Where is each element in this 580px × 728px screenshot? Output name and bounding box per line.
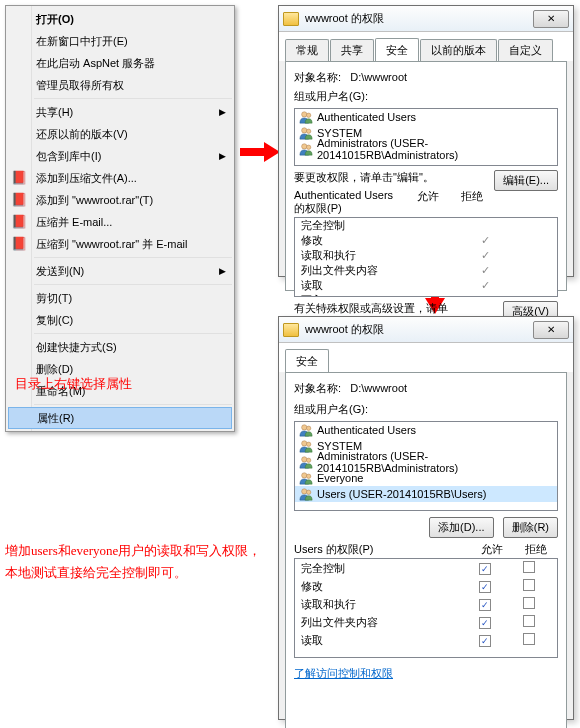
menu-item[interactable]: 属性(R) — [8, 407, 232, 429]
menu-item-label: 管理员取得所有权 — [36, 78, 124, 93]
add-button[interactable]: 添加(D)... — [429, 517, 493, 538]
permission-name: 读取 — [301, 278, 463, 293]
object-name-value: D:\wwwroot — [350, 71, 407, 83]
permissions-box[interactable]: 完全控制✓修改✓读取和执行✓列出文件夹内容✓读取✓ — [294, 558, 558, 658]
deny-checkbox[interactable] — [523, 579, 535, 591]
allow-checkbox[interactable]: ✓ — [479, 563, 491, 575]
allow-checkbox[interactable]: ✓ — [479, 617, 491, 629]
permissions-title: Users 的权限(P) — [294, 542, 470, 557]
deny-checkbox[interactable] — [523, 561, 535, 573]
deny-cell — [507, 633, 551, 647]
menu-item[interactable]: 添加到 "wwwroot.rar"(T) — [6, 189, 234, 211]
submenu-arrow-icon: ▶ — [219, 107, 226, 117]
permission-row: 修改✓ — [295, 577, 557, 595]
edit-button[interactable]: 编辑(E)... — [494, 170, 558, 191]
svg-point-2 — [302, 112, 307, 117]
list-item[interactable]: Authenticated Users — [295, 109, 557, 125]
menu-item[interactable]: 添加到压缩文件(A)... — [6, 167, 234, 189]
permission-row: 读取和执行✓ — [295, 248, 557, 263]
list-item[interactable]: Administrators (USER-20141015RB\Administ… — [295, 141, 557, 157]
tab[interactable]: 自定义 — [498, 39, 553, 62]
menu-separator — [34, 404, 232, 405]
tab[interactable]: 常规 — [285, 39, 329, 62]
menu-item[interactable]: 压缩到 "wwwroot.rar" 并 E-mail — [6, 233, 234, 255]
tab[interactable]: 共享 — [330, 39, 374, 62]
permission-row: 写入✓ — [295, 293, 557, 297]
allow-checkbox[interactable]: ✓ — [479, 599, 491, 611]
users-list[interactable]: Authenticated UsersSYSTEMAdministrators … — [294, 108, 558, 166]
menu-item[interactable]: 在新窗口中打开(E) — [6, 30, 234, 52]
allow-cell: ✓ — [463, 580, 507, 593]
user-name: Users (USER-20141015RB\Users) — [317, 488, 486, 500]
list-item[interactable]: Authenticated Users — [295, 422, 557, 438]
object-name-label: 对象名称: — [294, 71, 341, 83]
svg-point-4 — [302, 128, 307, 133]
user-name: Administrators (USER-20141015RB\Administ… — [317, 137, 553, 161]
permission-row: 读取和执行✓ — [295, 595, 557, 613]
tab-security[interactable]: 安全 — [285, 349, 329, 372]
user-name: Authenticated Users — [317, 424, 416, 436]
titlebar[interactable]: wwwroot 的权限 ✕ — [279, 6, 573, 32]
deny-checkbox[interactable] — [523, 597, 535, 609]
allow-cell: ✓ — [463, 249, 507, 262]
permission-name: 完全控制 — [301, 561, 463, 576]
menu-item-label: 打开(O) — [36, 12, 74, 27]
menu-item[interactable]: 包含到库中(I)▶ — [6, 145, 234, 167]
permissions-box[interactable]: 完全控制修改✓读取和执行✓列出文件夹内容✓读取✓写入✓ — [294, 217, 558, 297]
check-icon: ✓ — [481, 279, 490, 291]
menu-item[interactable]: 创建快捷方式(S) — [6, 336, 234, 358]
deny-header: 拒绝 — [450, 189, 494, 216]
menu-item[interactable]: 打开(O) — [6, 8, 234, 30]
object-name-value: D:\wwwroot — [350, 382, 407, 394]
svg-point-17 — [306, 490, 310, 494]
menu-item[interactable]: 发送到(N)▶ — [6, 260, 234, 282]
menu-item[interactable]: 复制(C) — [6, 309, 234, 331]
allow-checkbox[interactable]: ✓ — [479, 581, 491, 593]
folder-icon — [283, 12, 299, 26]
permission-name: 读取 — [301, 633, 463, 648]
menu-item[interactable]: 共享(H)▶ — [6, 101, 234, 123]
close-button[interactable]: ✕ — [533, 10, 569, 28]
tab[interactable]: 以前的版本 — [420, 39, 497, 62]
dialog-title: wwwroot 的权限 — [305, 11, 533, 26]
learn-link[interactable]: 了解访问控制和权限 — [294, 667, 393, 679]
deny-cell — [507, 579, 551, 593]
menu-item[interactable]: 在此启动 AspNet 服务器 — [6, 52, 234, 74]
deny-checkbox[interactable] — [523, 615, 535, 627]
close-button[interactable]: ✕ — [533, 321, 569, 339]
allow-checkbox[interactable]: ✓ — [479, 635, 491, 647]
group-users-label: 组或用户名(G): — [294, 402, 558, 417]
svg-point-14 — [302, 473, 307, 478]
deny-cell — [507, 561, 551, 575]
menu-item[interactable]: 管理员取得所有权 — [6, 74, 234, 96]
properties-dialog-1: wwwroot 的权限 ✕ 常规共享安全以前的版本自定义 对象名称: D:\ww… — [278, 5, 574, 277]
deny-cell — [507, 597, 551, 611]
titlebar[interactable]: wwwroot 的权限 ✕ — [279, 317, 573, 343]
allow-cell: ✓ — [463, 279, 507, 292]
permission-row: 完全控制 — [295, 218, 557, 233]
dialog-title: wwwroot 的权限 — [305, 322, 533, 337]
deny-checkbox[interactable] — [523, 633, 535, 645]
menu-separator — [34, 333, 232, 334]
user-name: Everyone — [317, 472, 363, 484]
svg-point-16 — [302, 489, 307, 494]
tab[interactable]: 安全 — [375, 38, 419, 61]
users-list[interactable]: Authenticated UsersSYSTEMAdministrators … — [294, 421, 558, 511]
list-item[interactable]: Users (USER-20141015RB\Users) — [295, 486, 557, 502]
menu-item[interactable]: 压缩并 E-mail... — [6, 211, 234, 233]
annotation-3: 增加users和everyone用户的读取和写入权限，本地测试直接给完全控制即可… — [5, 540, 265, 584]
allow-cell: ✓ — [463, 616, 507, 629]
allow-header: 允许 — [470, 542, 514, 557]
list-item[interactable]: Administrators (USER-20141015RB\Administ… — [295, 454, 557, 470]
svg-point-12 — [302, 457, 307, 462]
user-icon — [299, 471, 313, 485]
svg-point-9 — [306, 426, 310, 430]
check-icon: ✓ — [481, 264, 490, 276]
permission-name: 修改 — [301, 233, 463, 248]
remove-button[interactable]: 删除(R) — [503, 517, 558, 538]
menu-item[interactable]: 还原以前的版本(V) — [6, 123, 234, 145]
menu-item-label: 在此启动 AspNet 服务器 — [36, 56, 155, 71]
menu-item[interactable]: 剪切(T) — [6, 287, 234, 309]
menu-item-label: 属性(R) — [37, 411, 74, 426]
check-icon: ✓ — [481, 249, 490, 261]
